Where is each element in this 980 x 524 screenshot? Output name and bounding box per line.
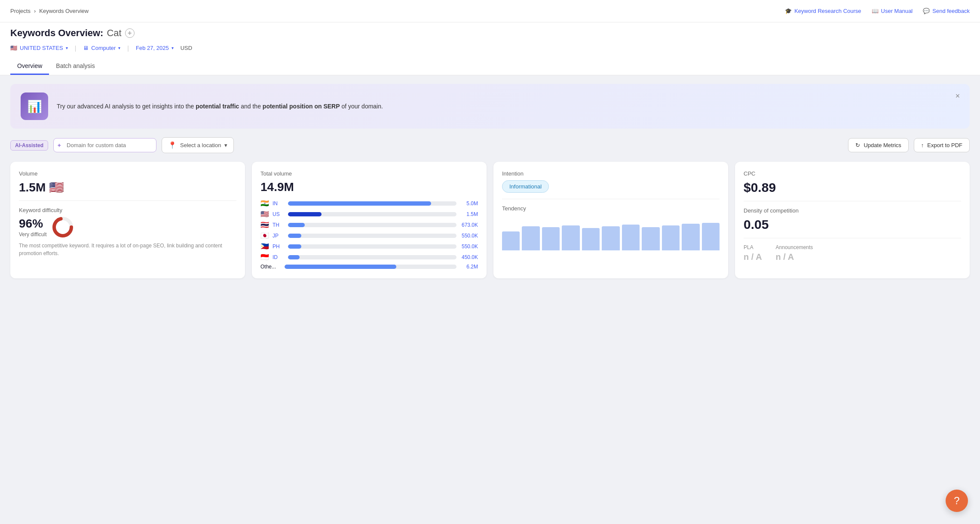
page-title: Keywords Overview: Cat +	[10, 28, 970, 39]
tendency-bar-4	[562, 225, 579, 250]
tendency-bar-1	[502, 231, 520, 250]
country-code-ph: PH	[273, 244, 285, 250]
tendency-bar-6	[602, 226, 619, 250]
banner-text: Try our advanced AI analysis to get insi…	[57, 102, 383, 111]
country-code-jp: JP	[273, 233, 285, 239]
ai-banner: 📊 Try our advanced AI analysis to get in…	[10, 84, 970, 129]
country-list: 🇮🇳 IN 5.0M 🇺🇸 US 1.5M 🇹🇭 TH 673.0K	[260, 199, 478, 270]
banner-icon: 📊	[21, 92, 48, 120]
jp-flag-icon: 🇯🇵	[260, 231, 269, 240]
toolbar: AI-Assisted ✦ 📍 Select a location ▾ ↻ Up…	[10, 137, 970, 153]
difficulty-value: 96% Very difficult	[19, 216, 236, 238]
sparkle-icon: ✦	[57, 142, 62, 149]
banner-close-button[interactable]: ×	[952, 91, 963, 101]
top-links: 🎓 Keyword Research Course 📖 User Manual …	[785, 8, 970, 14]
india-flag-icon: 🇮🇳	[260, 199, 269, 207]
difficulty-badge: Very difficult	[19, 231, 46, 237]
course-link[interactable]: 🎓 Keyword Research Course	[785, 8, 861, 14]
cpc-density-card: CPC $0.89 Density of competition 0.05 PL…	[735, 162, 970, 278]
th-flag-icon: 🇹🇭	[260, 221, 269, 229]
pla-label: PLA	[744, 244, 762, 250]
export-pdf-button[interactable]: ↑ Export to PDF	[914, 138, 970, 152]
volume-value: 1.5M 🇺🇸	[19, 180, 236, 194]
breadcrumb-projects[interactable]: Projects	[10, 8, 31, 14]
device-chevron-icon: ▾	[118, 46, 120, 50]
id-flag-icon: 🇮🇩	[260, 253, 269, 261]
difficulty-description: The most competitive keyword. It require…	[19, 242, 236, 257]
country-val-in: 5.0M	[460, 200, 478, 207]
volume-card: Volume 1.5M 🇺🇸 Keyword difficulty 96% Ve…	[10, 162, 245, 278]
course-icon: 🎓	[785, 8, 792, 14]
feedback-link[interactable]: 💬 Send feedback	[923, 8, 970, 14]
top-bar: Projects › Keywords Overview 🎓 Keyword R…	[0, 0, 980, 22]
tendency-bar-7	[622, 225, 640, 250]
currency-label: USD	[181, 45, 192, 51]
country-code-us: US	[273, 211, 285, 217]
pla-value: n / A	[744, 252, 762, 262]
domain-input-wrapper: ✦	[53, 138, 156, 152]
page-title-keyword: Cat	[107, 28, 121, 39]
filter-sep-1: |	[75, 45, 77, 52]
country-row-in: 🇮🇳 IN 5.0M	[260, 199, 478, 207]
filters-row: 🇺🇸 UNITED STATES ▾ | 🖥 Computer ▾ | Feb …	[10, 43, 970, 58]
announcements-label: Announcements	[776, 244, 813, 250]
country-val-ph: 550.0K	[460, 244, 478, 250]
cpc-value: $0.89	[744, 180, 961, 195]
us-flag-icon-2: 🇺🇸	[260, 210, 269, 218]
tendency-bar-9	[662, 225, 680, 250]
tendency-chart	[502, 216, 720, 250]
breadcrumb-sep: ›	[34, 8, 36, 14]
tab-overview[interactable]: Overview	[10, 58, 49, 75]
country-row-other: Othe... 6.2M	[260, 264, 478, 270]
manual-link[interactable]: 📖 User Manual	[872, 8, 913, 14]
manual-icon: 📖	[872, 8, 879, 14]
filter-sep-2: |	[127, 45, 129, 52]
feedback-icon: 💬	[923, 8, 930, 14]
tendency-bar-5	[582, 228, 600, 250]
country-val-jp: 550.0K	[460, 233, 478, 239]
cards-grid: Volume 1.5M 🇺🇸 Keyword difficulty 96% Ve…	[10, 162, 970, 278]
intention-label: Intention	[502, 170, 720, 177]
device-filter[interactable]: 🖥 Computer ▾	[83, 43, 120, 53]
country-code-id: ID	[273, 254, 285, 260]
date-chevron-icon: ▾	[172, 46, 174, 50]
add-keyword-button[interactable]: +	[125, 28, 135, 38]
ai-badge: AI-Assisted	[10, 140, 48, 151]
location-pin-icon: 📍	[168, 141, 177, 149]
us-flag-icon: 🇺🇸	[49, 180, 64, 194]
country-val-us: 1.5M	[460, 211, 478, 217]
pla-announcements-row: PLA n / A Announcements n / A	[744, 244, 961, 262]
intention-tendency-card: Intention Informational Tendency	[493, 162, 728, 278]
volume-label: Volume	[19, 170, 236, 177]
location-chevron-icon: ▾	[224, 142, 227, 148]
density-value: 0.05	[744, 217, 961, 232]
page-title-prefix: Keywords Overview:	[10, 28, 103, 39]
tabs-row: Overview Batch analysis	[10, 58, 970, 75]
tendency-bar-8	[642, 227, 659, 250]
breadcrumb: Projects › Keywords Overview	[10, 8, 89, 14]
tab-batch[interactable]: Batch analysis	[49, 58, 101, 75]
country-filter[interactable]: 🇺🇸 UNITED STATES ▾	[10, 43, 68, 53]
location-label: Select a location	[180, 142, 221, 148]
country-val-other: 6.2M	[460, 264, 478, 270]
country-row-jp: 🇯🇵 JP 550.0K	[260, 231, 478, 240]
country-val-id: 450.0K	[460, 254, 478, 260]
refresh-icon: ↻	[855, 142, 860, 148]
update-metrics-button[interactable]: ↻ Update Metrics	[848, 138, 908, 152]
country-row-ph: 🇵🇭 PH 550.0K	[260, 242, 478, 250]
other-flag-icon: Othe...	[260, 264, 276, 270]
tendency-bar-3	[542, 227, 560, 250]
country-row-th: 🇹🇭 TH 673.0K	[260, 221, 478, 229]
breadcrumb-current: Keywords Overview	[39, 8, 89, 14]
computer-icon: 🖥	[83, 45, 89, 51]
density-label: Density of competition	[744, 207, 961, 214]
announcements-item: Announcements n / A	[776, 244, 813, 262]
country-code-th: TH	[273, 222, 285, 228]
tendency-bar-2	[522, 226, 539, 250]
date-filter[interactable]: Feb 27, 2025 ▾	[136, 43, 174, 53]
domain-input[interactable]	[53, 138, 156, 152]
location-select-button[interactable]: 📍 Select a location ▾	[162, 137, 234, 153]
tendency-bar-10	[682, 224, 699, 250]
difficulty-label: Keyword difficulty	[19, 207, 236, 213]
us-flag-icon: 🇺🇸	[10, 45, 17, 51]
